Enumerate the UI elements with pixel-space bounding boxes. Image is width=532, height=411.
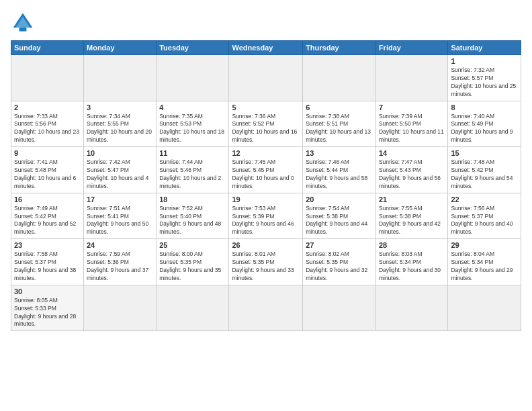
day-info: Sunrise: 8:05 AM Sunset: 5:33 PM Dayligh… xyxy=(14,297,81,329)
day-number: 12 xyxy=(232,149,300,157)
day-number: 26 xyxy=(232,241,300,249)
calendar-cell: 22Sunrise: 7:56 AM Sunset: 5:37 PM Dayli… xyxy=(448,193,521,239)
page: SundayMondayTuesdayWednesdayThursdayFrid… xyxy=(0,0,532,411)
day-number: 23 xyxy=(14,241,81,249)
calendar-cell: 17Sunrise: 7:51 AM Sunset: 5:41 PM Dayli… xyxy=(84,193,157,239)
calendar-cell: 21Sunrise: 7:55 AM Sunset: 5:38 PM Dayli… xyxy=(375,193,447,239)
day-info: Sunrise: 7:40 AM Sunset: 5:49 PM Dayligh… xyxy=(451,113,518,145)
calendar: SundayMondayTuesdayWednesdayThursdayFrid… xyxy=(11,40,521,331)
day-info: Sunrise: 7:42 AM Sunset: 5:47 PM Dayligh… xyxy=(87,158,153,191)
calendar-cell: 13Sunrise: 7:46 AM Sunset: 5:44 PM Dayli… xyxy=(303,147,376,193)
day-info: Sunrise: 7:38 AM Sunset: 5:51 PM Dayligh… xyxy=(306,113,373,145)
day-number: 19 xyxy=(232,195,300,203)
calendar-cell: 3Sunrise: 7:34 AM Sunset: 5:55 PM Daylig… xyxy=(84,101,157,147)
calendar-week-row-0: 1Sunrise: 7:32 AM Sunset: 5:57 PM Daylig… xyxy=(11,55,521,101)
calendar-cell xyxy=(157,285,229,331)
day-info: Sunrise: 7:54 AM Sunset: 5:38 PM Dayligh… xyxy=(306,205,373,237)
calendar-week-row-3: 16Sunrise: 7:49 AM Sunset: 5:42 PM Dayli… xyxy=(11,193,521,239)
calendar-cell xyxy=(84,55,157,101)
day-number: 4 xyxy=(159,103,226,111)
day-info: Sunrise: 8:03 AM Sunset: 5:34 PM Dayligh… xyxy=(379,250,445,283)
calendar-cell: 10Sunrise: 7:42 AM Sunset: 5:47 PM Dayli… xyxy=(84,147,157,193)
day-info: Sunrise: 7:51 AM Sunset: 5:41 PM Dayligh… xyxy=(87,205,153,237)
calendar-cell: 1Sunrise: 7:32 AM Sunset: 5:57 PM Daylig… xyxy=(448,55,521,101)
calendar-week-row-1: 2Sunrise: 7:33 AM Sunset: 5:56 PM Daylig… xyxy=(11,101,521,147)
day-number: 9 xyxy=(14,149,81,157)
day-number: 27 xyxy=(306,241,373,249)
calendar-cell: 14Sunrise: 7:47 AM Sunset: 5:43 PM Dayli… xyxy=(375,147,447,193)
calendar-cell: 11Sunrise: 7:44 AM Sunset: 5:46 PM Dayli… xyxy=(157,147,229,193)
day-number: 10 xyxy=(87,149,153,157)
day-info: Sunrise: 7:39 AM Sunset: 5:50 PM Dayligh… xyxy=(379,113,445,145)
calendar-cell xyxy=(229,285,303,331)
calendar-cell xyxy=(157,55,229,101)
weekday-header-saturday: Saturday xyxy=(448,41,521,55)
day-info: Sunrise: 7:49 AM Sunset: 5:42 PM Dayligh… xyxy=(14,205,81,237)
day-info: Sunrise: 8:04 AM Sunset: 5:34 PM Dayligh… xyxy=(451,250,518,283)
calendar-cell: 8Sunrise: 7:40 AM Sunset: 5:49 PM Daylig… xyxy=(448,101,521,147)
day-info: Sunrise: 8:01 AM Sunset: 5:35 PM Dayligh… xyxy=(232,250,300,283)
day-number: 25 xyxy=(159,241,226,249)
day-number: 21 xyxy=(379,195,445,203)
day-number: 15 xyxy=(451,149,518,157)
logo-icon xyxy=(11,11,35,35)
calendar-cell: 12Sunrise: 7:45 AM Sunset: 5:45 PM Dayli… xyxy=(229,147,303,193)
day-info: Sunrise: 7:44 AM Sunset: 5:46 PM Dayligh… xyxy=(159,158,226,191)
day-info: Sunrise: 7:59 AM Sunset: 5:36 PM Dayligh… xyxy=(87,250,153,283)
calendar-cell: 28Sunrise: 8:03 AM Sunset: 5:34 PM Dayli… xyxy=(375,239,447,285)
day-number: 6 xyxy=(306,103,373,111)
day-number: 8 xyxy=(451,103,518,111)
day-info: Sunrise: 7:48 AM Sunset: 5:42 PM Dayligh… xyxy=(451,158,518,191)
calendar-cell xyxy=(303,55,376,101)
day-number: 3 xyxy=(87,103,153,111)
day-number: 28 xyxy=(379,241,445,249)
calendar-cell: 2Sunrise: 7:33 AM Sunset: 5:56 PM Daylig… xyxy=(11,101,84,147)
calendar-cell: 26Sunrise: 8:01 AM Sunset: 5:35 PM Dayli… xyxy=(229,239,303,285)
day-number: 16 xyxy=(14,195,81,203)
day-number: 13 xyxy=(306,149,373,157)
weekday-header-friday: Friday xyxy=(375,41,447,55)
day-info: Sunrise: 8:02 AM Sunset: 5:35 PM Dayligh… xyxy=(306,250,373,283)
calendar-cell xyxy=(84,285,157,331)
calendar-cell: 29Sunrise: 8:04 AM Sunset: 5:34 PM Dayli… xyxy=(448,239,521,285)
calendar-cell xyxy=(229,55,303,101)
weekday-header-row: SundayMondayTuesdayWednesdayThursdayFrid… xyxy=(11,41,521,55)
day-info: Sunrise: 7:32 AM Sunset: 5:57 PM Dayligh… xyxy=(451,66,518,99)
calendar-cell: 9Sunrise: 7:41 AM Sunset: 5:48 PM Daylig… xyxy=(11,147,84,193)
calendar-cell: 5Sunrise: 7:36 AM Sunset: 5:52 PM Daylig… xyxy=(229,101,303,147)
calendar-cell: 25Sunrise: 8:00 AM Sunset: 5:35 PM Dayli… xyxy=(157,239,229,285)
weekday-header-wednesday: Wednesday xyxy=(229,41,303,55)
day-info: Sunrise: 7:35 AM Sunset: 5:53 PM Dayligh… xyxy=(159,113,226,145)
weekday-header-monday: Monday xyxy=(84,41,157,55)
calendar-cell xyxy=(375,55,447,101)
calendar-cell: 20Sunrise: 7:54 AM Sunset: 5:38 PM Dayli… xyxy=(303,193,376,239)
day-info: Sunrise: 7:46 AM Sunset: 5:44 PM Dayligh… xyxy=(306,158,373,191)
day-number: 7 xyxy=(379,103,445,111)
calendar-cell: 7Sunrise: 7:39 AM Sunset: 5:50 PM Daylig… xyxy=(375,101,447,147)
calendar-week-row-5: 30Sunrise: 8:05 AM Sunset: 5:33 PM Dayli… xyxy=(11,285,521,331)
calendar-cell xyxy=(448,285,521,331)
calendar-cell: 19Sunrise: 7:53 AM Sunset: 5:39 PM Dayli… xyxy=(229,193,303,239)
logo xyxy=(11,11,39,35)
calendar-cell: 30Sunrise: 8:05 AM Sunset: 5:33 PM Dayli… xyxy=(11,285,84,331)
calendar-cell: 15Sunrise: 7:48 AM Sunset: 5:42 PM Dayli… xyxy=(448,147,521,193)
day-number: 5 xyxy=(232,103,300,111)
day-number: 11 xyxy=(159,149,226,157)
day-info: Sunrise: 8:00 AM Sunset: 5:35 PM Dayligh… xyxy=(159,250,226,283)
day-info: Sunrise: 7:55 AM Sunset: 5:38 PM Dayligh… xyxy=(379,205,445,237)
calendar-cell: 18Sunrise: 7:52 AM Sunset: 5:40 PM Dayli… xyxy=(157,193,229,239)
calendar-cell xyxy=(11,55,84,101)
day-number: 20 xyxy=(306,195,373,203)
calendar-cell xyxy=(375,285,447,331)
day-number: 24 xyxy=(87,241,153,249)
svg-rect-2 xyxy=(19,28,27,31)
calendar-cell: 4Sunrise: 7:35 AM Sunset: 5:53 PM Daylig… xyxy=(157,101,229,147)
calendar-cell: 27Sunrise: 8:02 AM Sunset: 5:35 PM Dayli… xyxy=(303,239,376,285)
day-info: Sunrise: 7:53 AM Sunset: 5:39 PM Dayligh… xyxy=(232,205,300,237)
day-info: Sunrise: 7:52 AM Sunset: 5:40 PM Dayligh… xyxy=(159,205,226,237)
header xyxy=(11,11,521,35)
day-info: Sunrise: 7:56 AM Sunset: 5:37 PM Dayligh… xyxy=(451,205,518,237)
day-info: Sunrise: 7:45 AM Sunset: 5:45 PM Dayligh… xyxy=(232,158,300,191)
day-info: Sunrise: 7:33 AM Sunset: 5:56 PM Dayligh… xyxy=(14,113,81,145)
calendar-cell: 24Sunrise: 7:59 AM Sunset: 5:36 PM Dayli… xyxy=(84,239,157,285)
